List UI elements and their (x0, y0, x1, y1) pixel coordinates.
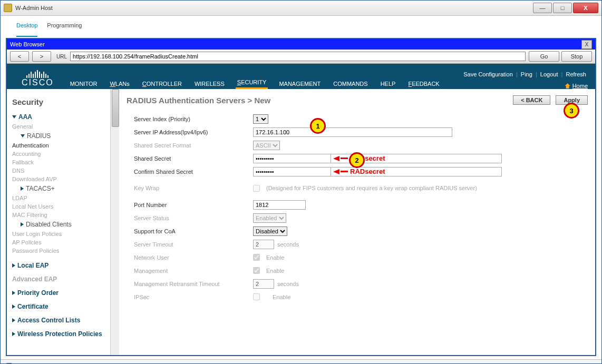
sidebar-item-radius[interactable]: RADIUS (12, 131, 108, 141)
callout-3: 3 (564, 103, 579, 119)
nav-wlans[interactable]: WLANs (108, 78, 131, 89)
app-icon (4, 4, 12, 12)
input-server-timeout (253, 240, 274, 249)
note-key-wrap: (Designed for FIPS customers and require… (266, 185, 477, 191)
sidebar-item-certificate[interactable]: Certificate (12, 301, 108, 312)
sidebar-item-general[interactable]: General (12, 122, 108, 131)
label-secret-format: Shared Secret Format (134, 142, 253, 149)
link-ping[interactable]: Ping (521, 71, 532, 77)
go-button[interactable]: Go (529, 51, 559, 62)
page-title: RADIUS Authentication Servers > New (127, 96, 270, 105)
chevron-right-icon (12, 318, 15, 322)
label-enable-2: Enable (266, 268, 284, 274)
sidebar-item-priority-order[interactable]: Priority Order (12, 288, 108, 298)
select-support-coa[interactable]: Disabled (253, 227, 287, 236)
nav-home[interactable]: Home (565, 83, 595, 89)
stop-button[interactable]: Stop (561, 51, 592, 62)
sidebar-item-advanced-eap[interactable]: Advanced EAP (12, 274, 108, 284)
chevron-right-icon (12, 263, 15, 268)
back-page-button[interactable]: < BACK (513, 95, 550, 105)
sidebar-item-disabled-clients[interactable]: Disabled Clients (12, 219, 108, 230)
input-shared-secret[interactable] (253, 154, 331, 163)
window-minimize-button[interactable]: — (533, 3, 552, 13)
sidebar-item-authentication[interactable]: Authentication (12, 141, 108, 150)
link-logout[interactable]: Logout (540, 71, 558, 77)
back-button[interactable]: < (10, 51, 29, 62)
sidebar-item-aaa[interactable]: AAA (12, 112, 108, 122)
forward-button[interactable]: > (32, 51, 51, 62)
top-links: Save Configuration | Ping | Logout | Ref… (65, 68, 595, 77)
sidebar-item-local-eap[interactable]: Local EAP (12, 260, 108, 271)
window-titlebar: W-Admin Host — □ X (1, 1, 601, 16)
label-server-timeout: Server Timeout (134, 241, 253, 248)
label-port-number: Port Number (134, 202, 253, 208)
main-panel: RADIUS Authentication Servers > New < BA… (119, 89, 595, 355)
input-port-number[interactable] (253, 200, 306, 210)
input-confirm-secret[interactable] (253, 167, 331, 176)
home-icon (565, 83, 570, 88)
sidebar-scrollbar[interactable] (110, 89, 119, 355)
window-title: W-Admin Host (15, 5, 53, 11)
chevron-right-icon (12, 304, 15, 309)
brand-text: CISCO (22, 78, 54, 87)
browser-close-button[interactable]: X (581, 40, 592, 49)
chevron-right-icon (21, 222, 24, 227)
sidebar-item-dns[interactable]: DNS (12, 166, 108, 175)
nav-wireless[interactable]: WIRELESS (193, 78, 226, 89)
cisco-banner: CISCO Save Configuration | Ping | Logout… (7, 64, 595, 89)
sidebar-item-mac-filtering[interactable]: MAC Filtering (12, 211, 108, 219)
scrollbar-thumb[interactable] (112, 89, 119, 127)
label-network-user: Network User (134, 254, 253, 261)
sidebar-item-user-login-policies[interactable]: User Login Policies (12, 230, 108, 238)
chevron-right-icon (12, 332, 15, 336)
callout-2: 2 (349, 152, 365, 168)
browser-title: Web Browser (10, 41, 45, 47)
unit-seconds-2: seconds (277, 281, 299, 287)
sidebar-item-fallback[interactable]: Fallback (12, 158, 108, 166)
window-close-button[interactable]: X (573, 3, 598, 13)
label-mgmt-retransmit-timeout: Management Retransmit Timeout (134, 281, 253, 287)
nav-help[interactable]: HELP (379, 78, 397, 89)
window-maximize-button[interactable]: □ (553, 3, 572, 13)
chevron-down-icon (21, 134, 25, 137)
sidebar-item-ldap[interactable]: LDAP (12, 194, 108, 202)
checkbox-network-user (253, 254, 260, 261)
sidebar-item-wireless-protection-policies[interactable]: Wireless Protection Policies (12, 329, 108, 339)
cisco-logo-icon (26, 70, 48, 78)
tab-desktop[interactable]: Desktop (16, 22, 37, 37)
select-server-index[interactable]: 1 (253, 114, 268, 124)
link-save-configuration[interactable]: Save Configuration (463, 71, 513, 77)
label-key-wrap: Key Wrap (134, 185, 253, 191)
url-label: URL (56, 54, 67, 60)
nav-monitor[interactable]: MONITOR (69, 78, 99, 89)
sidebar-item-downloaded-avp[interactable]: Downloaded AVP (12, 175, 108, 183)
sidebar-item-password-policies[interactable]: Password Policies (12, 247, 108, 255)
nav-commands[interactable]: COMMANDS (332, 78, 369, 89)
footer-bar: Top (1, 359, 601, 364)
sidebar-item-tacacs[interactable]: TACACS+ (12, 183, 108, 194)
nav-management[interactable]: MANAGEMENT (277, 78, 322, 89)
callout-1: 1 (310, 118, 326, 134)
content-area: Security AAA General RADIUS Authenticati… (7, 89, 595, 355)
chevron-right-icon (12, 291, 15, 295)
nav-feedback[interactable]: FEEDBACK (406, 78, 441, 89)
nav-security[interactable]: SECURITY (236, 77, 268, 89)
tab-programming[interactable]: Programming (47, 22, 82, 37)
sidebar-item-accounting[interactable]: Accounting (12, 150, 108, 158)
select-server-status: Enabled (253, 213, 286, 223)
input-mgmt-retransmit-timeout (253, 279, 274, 289)
link-refresh[interactable]: Refresh (566, 71, 586, 77)
input-server-ip[interactable] (253, 127, 452, 137)
label-server-status: Server Status (134, 215, 253, 221)
label-ipsec: IPSec (134, 294, 253, 300)
sidebar-item-local-net-users[interactable]: Local Net Users (12, 202, 108, 211)
nav-controller[interactable]: CONTROLLER (141, 78, 183, 89)
sidebar-title: Security (12, 97, 108, 106)
url-input[interactable] (70, 52, 526, 61)
sidebar: Security AAA General RADIUS Authenticati… (7, 89, 110, 355)
sidebar-item-ap-policies[interactable]: AP Policies (12, 238, 108, 247)
checkbox-management (253, 267, 260, 274)
browser-toolbar: < > URL Go Stop (7, 50, 595, 64)
sidebar-item-access-control-lists[interactable]: Access Control Lists (12, 315, 108, 326)
label-shared-secret: Shared Secret (134, 155, 253, 162)
